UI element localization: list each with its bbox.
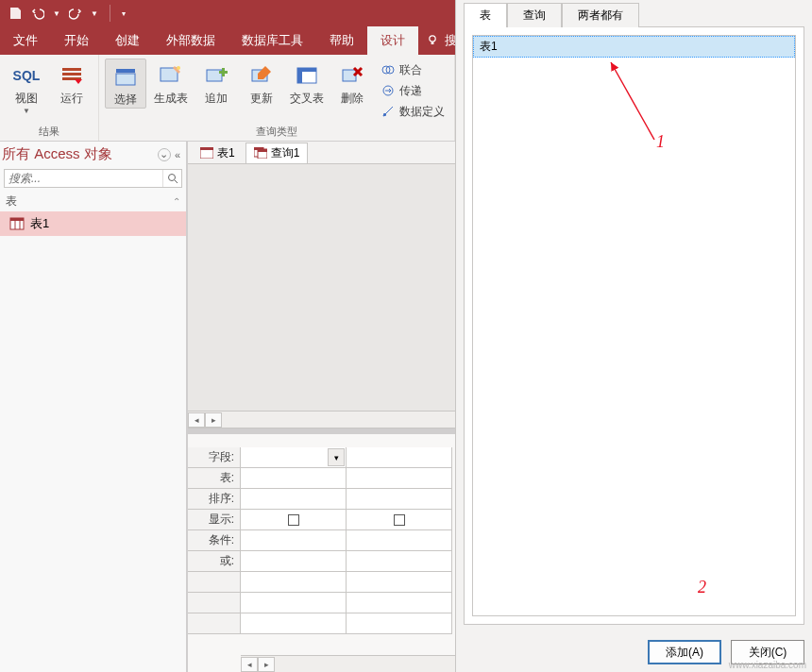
table-cell-2[interactable]	[347, 468, 452, 489]
group-query-type: 选择 生成表 追加 更新 交叉表 删除 联合	[99, 55, 455, 141]
svg-rect-3	[62, 73, 81, 76]
run-button[interactable]: 运行	[51, 59, 93, 107]
group-label-results: 结果	[6, 123, 93, 139]
or-cell-1[interactable]	[241, 551, 347, 572]
customize-qat-icon[interactable]: ▾	[122, 9, 126, 18]
checkbox-icon[interactable]	[394, 514, 405, 526]
collapse-icon: ⌃	[173, 196, 180, 207]
tab-home[interactable]: 开始	[51, 26, 102, 55]
annotation-2: 2	[698, 578, 706, 597]
union-button[interactable]: 联合	[377, 60, 448, 79]
search-input[interactable]	[5, 170, 162, 187]
select-query-icon	[110, 61, 141, 92]
tab-help[interactable]: 帮助	[316, 26, 367, 55]
nav-group-tables[interactable]: 表 ⌃	[0, 190, 186, 211]
grid-cell[interactable]	[347, 593, 452, 613]
svg-rect-5	[116, 69, 135, 73]
table-icon	[200, 147, 213, 159]
sort-cell-2[interactable]	[347, 489, 452, 510]
criteria-cell-2[interactable]	[347, 530, 452, 551]
svg-rect-6	[116, 74, 135, 85]
append-icon	[201, 60, 231, 91]
passthrough-icon	[381, 83, 396, 98]
table-cell-1[interactable]	[241, 468, 347, 489]
svg-rect-22	[10, 218, 24, 221]
passthrough-button[interactable]: 传递	[377, 81, 448, 100]
delete-button[interactable]: 删除	[331, 59, 373, 107]
nav-collapse-icon[interactable]: «	[175, 149, 180, 160]
select-query-button[interactable]: 选择	[105, 59, 146, 109]
dropdown-icon[interactable]: ▾	[328, 448, 345, 466]
field-cell-2[interactable]	[347, 447, 452, 468]
add-button[interactable]: 添加(A)	[648, 640, 721, 664]
navigation-pane: 所有 Access 对象 ⌄ « 表 ⌃ 表1	[0, 142, 187, 672]
table-icon	[9, 217, 25, 230]
undo-icon[interactable]	[30, 6, 45, 21]
checkbox-icon[interactable]	[288, 514, 299, 526]
grid-cell[interactable]	[347, 572, 452, 593]
delete-icon	[337, 60, 367, 91]
group-results: SQL 视图 ▼ 运行 结果	[0, 55, 99, 141]
dropdown-icon[interactable]: ▼	[53, 9, 60, 18]
append-button[interactable]: 追加	[195, 59, 237, 107]
nav-item-table1[interactable]: 表1	[0, 211, 186, 236]
criteria-cell-1[interactable]	[241, 530, 347, 551]
field-cell-1[interactable]: ▾	[241, 447, 347, 468]
list-item[interactable]: 表1	[473, 36, 795, 58]
redo-icon[interactable]	[68, 6, 83, 21]
grid-cell[interactable]	[241, 572, 347, 593]
row-show: 显示:	[188, 510, 241, 530]
show-table-dialog: 表 查询 两者都有 表1 添加(A) 关闭(C) 1 2 www.xiazaib…	[455, 0, 812, 672]
doc-tab-table1[interactable]: 表1	[192, 143, 244, 163]
tab-external-data[interactable]: 外部数据	[153, 26, 228, 55]
dialog-table-list[interactable]: 表1	[472, 35, 796, 616]
sort-cell-1[interactable]	[241, 489, 347, 510]
grid-cell[interactable]	[347, 613, 452, 634]
nav-filter-icon[interactable]: ⌄	[158, 148, 171, 161]
nav-item-label: 表1	[30, 215, 49, 232]
show-cell-2[interactable]	[347, 510, 452, 530]
crosstab-button[interactable]: 交叉表	[286, 59, 328, 107]
update-button[interactable]: 更新	[241, 59, 282, 107]
watermark: www.xiazaiba.com	[729, 660, 806, 670]
grid-cell[interactable]	[241, 613, 347, 634]
run-icon	[57, 60, 87, 91]
scroll-left-icon[interactable]: ◂	[241, 657, 258, 672]
nav-search	[4, 169, 182, 188]
row-table: 表:	[188, 468, 241, 489]
query-icon	[254, 147, 267, 159]
doc-tab-label: 表1	[217, 145, 235, 161]
union-icon	[381, 62, 396, 77]
grid-cell[interactable]	[241, 593, 347, 613]
search-icon[interactable]	[162, 170, 181, 187]
dialog-tab-both[interactable]: 两者都有	[562, 3, 639, 27]
make-table-icon	[156, 60, 186, 91]
scroll-right-icon[interactable]: ▸	[258, 657, 275, 672]
doc-tab-query1[interactable]: 查询1	[245, 143, 309, 163]
annotation-1: 1	[656, 132, 665, 152]
data-definition-button[interactable]: 数据定义	[377, 102, 448, 121]
nav-header[interactable]: 所有 Access 对象 ⌄ «	[0, 142, 186, 167]
row-sort: 排序:	[188, 489, 241, 510]
or-cell-2[interactable]	[347, 551, 452, 572]
svg-rect-13	[297, 68, 302, 83]
tab-design[interactable]: 设计	[367, 26, 418, 55]
svg-point-20	[168, 175, 175, 181]
svg-rect-1	[431, 42, 434, 45]
save-icon[interactable]	[8, 6, 23, 21]
dialog-tab-queries[interactable]: 查询	[507, 3, 562, 27]
dialog-tab-tables[interactable]: 表	[464, 3, 507, 27]
scroll-left-icon[interactable]: ◂	[188, 412, 205, 428]
make-table-button[interactable]: 生成表	[150, 59, 192, 107]
update-icon	[246, 60, 277, 91]
dialog-body: 表1	[464, 26, 804, 625]
tab-create[interactable]: 创建	[102, 26, 153, 55]
show-cell-1[interactable]	[241, 510, 347, 530]
scroll-right-icon[interactable]: ▸	[205, 412, 222, 428]
dropdown-icon[interactable]: ▼	[91, 9, 98, 18]
view-button[interactable]: SQL 视图 ▼	[6, 59, 47, 117]
tab-database-tools[interactable]: 数据库工具	[228, 26, 316, 55]
tab-file[interactable]: 文件	[0, 26, 51, 55]
dialog-tabs: 表 查询 两者都有	[456, 0, 812, 26]
crosstab-icon	[292, 60, 322, 91]
